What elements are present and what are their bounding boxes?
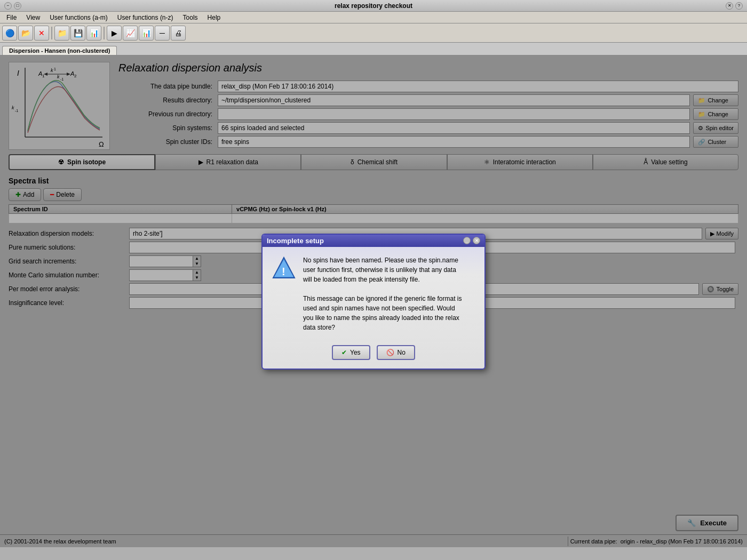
toolbar-new[interactable]: 🔵: [2, 26, 17, 41]
dialog-footer: ✔ Yes 🚫 No: [263, 341, 484, 369]
dialog-minimize-btn[interactable]: _: [463, 237, 471, 244]
toolbar-print[interactable]: 🖨: [171, 26, 186, 41]
toolbar-export[interactable]: 📊: [86, 26, 101, 41]
toolbar-close[interactable]: ✕: [34, 26, 49, 41]
dialog-title-bar: Incomplete setup _ ✕: [263, 235, 484, 247]
toolbar: 🔵 📂 ✕ 📁 💾 📊 ▶ 📈 📊 ─ 🖨: [0, 23, 747, 43]
toolbar-open[interactable]: 📂: [18, 26, 33, 41]
menu-file[interactable]: File: [2, 13, 21, 22]
dialog-title: Incomplete setup: [267, 237, 324, 245]
toolbar-bar[interactable]: 📊: [139, 26, 154, 41]
app-title: relax repository checkout: [335, 2, 412, 10]
cancel-icon: 🚫: [386, 349, 394, 356]
dialog-text-block: No spins have been named. Please use the…: [303, 255, 462, 332]
svg-text:!: !: [282, 266, 285, 277]
toolbar-sep1: [51, 27, 52, 39]
checkmark-icon: ✔: [341, 349, 347, 356]
menu-tools[interactable]: Tools: [179, 13, 202, 22]
dialog-body: ! No spins have been named. Please use t…: [263, 247, 484, 341]
toolbar-save[interactable]: 💾: [70, 26, 85, 41]
restore-btn[interactable]: □: [14, 2, 21, 10]
dialog: Incomplete setup _ ✕ ! No: [261, 234, 486, 370]
dialog-title-buttons: _ ✕: [463, 237, 480, 244]
tab-dispersion[interactable]: Dispersion - Hansen (non-clustered): [2, 46, 117, 55]
dialog-no-btn[interactable]: 🚫 No: [377, 345, 415, 360]
toolbar-line[interactable]: ─: [155, 26, 170, 41]
toolbar-sep2: [104, 27, 105, 39]
help-btn[interactable]: ?: [735, 2, 743, 10]
main-content: I Ω A 1 A 2 k 1 k -1 k -1 Relax: [0, 55, 747, 547]
menu-bar: File View User functions (a-m) User func…: [0, 12, 747, 23]
dialog-warning-icon: !: [271, 255, 297, 332]
close-btn[interactable]: ✕: [726, 2, 733, 10]
minimize-btn[interactable]: −: [4, 2, 12, 10]
toolbar-chart[interactable]: 📈: [123, 26, 138, 41]
menu-user-am[interactable]: User functions (a-m): [45, 13, 112, 22]
menu-help[interactable]: Help: [203, 13, 225, 22]
dialog-close-btn[interactable]: ✕: [473, 237, 480, 244]
toolbar-run[interactable]: ▶: [107, 26, 122, 41]
title-bar: − □ relax repository checkout ✕ ?: [0, 0, 747, 12]
dialog-overlay: Incomplete setup _ ✕ ! No: [0, 55, 747, 547]
menu-view[interactable]: View: [22, 13, 44, 22]
toolbar-open2[interactable]: 📁: [54, 26, 69, 41]
dialog-yes-btn[interactable]: ✔ Yes: [332, 345, 370, 360]
tab-strip: Dispersion - Hansen (non-clustered): [0, 43, 747, 55]
menu-user-nz[interactable]: User functions (n-z): [113, 13, 178, 22]
